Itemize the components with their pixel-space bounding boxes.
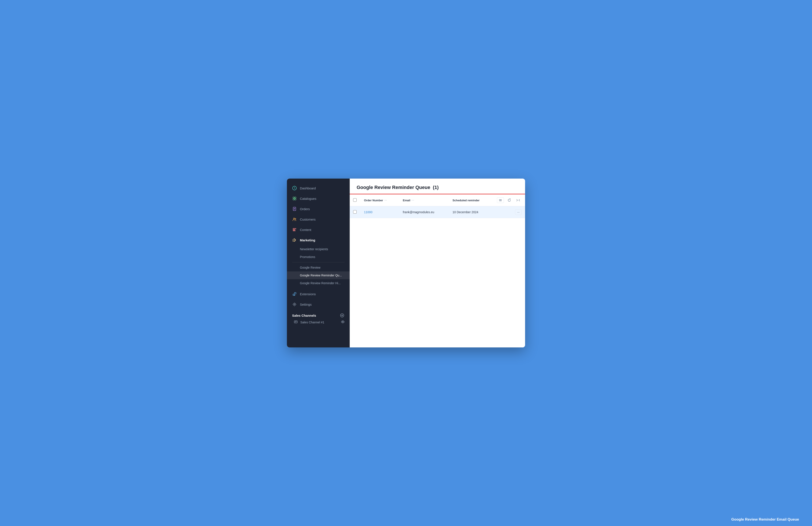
page-header: Google Review Reminder Queue (1) (350, 179, 525, 194)
svg-point-10 (295, 218, 296, 219)
svg-rect-4 (295, 199, 296, 200)
sidebar-sub-newsletter-label: Newsletter recipients (300, 247, 328, 251)
sidebar-sub-google-review-history-label: Google Review Reminder Hi... (300, 281, 340, 285)
sidebar-sub-promotions[interactable]: Promotions (287, 253, 350, 261)
svg-rect-25 (499, 199, 502, 200)
order-number-col-label: Order Number (364, 199, 383, 202)
sidebar-sub-google-review[interactable]: Google Review (287, 264, 350, 272)
svg-rect-15 (293, 294, 294, 295)
sidebar-sub-google-review-queue-label: Google Review Reminder Qu... (300, 274, 342, 277)
table-area: Order Number ··· Email ··· (350, 194, 525, 347)
sales-channels-label: Sales Channels (292, 313, 316, 317)
orders-icon (292, 206, 297, 211)
page-title: Google Review Reminder Queue (1) (357, 185, 518, 190)
sidebar-item-catalogues-label: Catalogues (300, 197, 316, 201)
expand-button[interactable] (515, 198, 522, 203)
sidebar-item-marketing-label: Marketing (300, 238, 315, 242)
app-container: Dashboard Catalogues (287, 179, 525, 347)
sidebar-item-customers[interactable]: Customers (287, 214, 350, 224)
extensions-icon (292, 292, 297, 296)
sidebar-sub-newsletter[interactable]: Newsletter recipients (287, 245, 350, 253)
data-table: Order Number ··· Email ··· (350, 194, 525, 218)
header-scheduled-reminder: Scheduled reminder (449, 194, 525, 206)
eye-icon[interactable] (341, 320, 345, 324)
dashboard-icon (292, 186, 297, 190)
page-count: (1) (433, 185, 439, 190)
svg-rect-13 (293, 231, 295, 231)
sidebar-divider (292, 262, 345, 262)
sales-channel-item[interactable]: Sales Channel #1 (292, 318, 345, 327)
catalogues-icon (292, 196, 297, 201)
sidebar-item-extensions-label: Extensions (300, 292, 316, 296)
main-content: Google Review Reminder Queue (1) (350, 179, 525, 347)
row-email: frank@magmodules.eu (399, 206, 449, 218)
sidebar-item-catalogues[interactable]: Catalogues (287, 193, 350, 204)
sidebar-nav: Dashboard Catalogues (287, 179, 350, 347)
email-col-dots[interactable]: ··· (412, 199, 414, 202)
svg-rect-1 (293, 197, 294, 198)
sidebar-item-extensions[interactable]: Extensions (287, 289, 350, 299)
row-order-number[interactable]: 11000 (361, 206, 399, 218)
sidebar-sub-google-review-label: Google Review (300, 266, 320, 269)
header-checkbox-col (350, 194, 361, 206)
sidebar-item-marketing[interactable]: Marketing (287, 235, 350, 245)
footer-label: Google Review Reminder Email Queue (731, 517, 799, 522)
content-icon (292, 227, 297, 232)
order-number-col-dots[interactable]: ··· (385, 199, 387, 202)
sidebar-sub-google-review-history[interactable]: Google Review Reminder Hi... (287, 279, 350, 287)
sidebar-item-dashboard-label: Dashboard (300, 186, 316, 190)
row-scheduled-date: 10 December 2024 ··· (449, 206, 525, 218)
header-email: Email ··· (399, 194, 449, 206)
sidebar-item-customers-label: Customers (300, 218, 316, 221)
table-row: 11000 frank@magmodules.eu 10 December 20… (350, 206, 525, 218)
header-order-number: Order Number ··· (361, 194, 399, 206)
sales-channels-header: Sales Channels (292, 313, 345, 318)
row-checkbox[interactable] (353, 210, 357, 214)
sidebar-item-orders[interactable]: Orders (287, 204, 350, 214)
add-sales-channel-button[interactable] (340, 313, 345, 318)
svg-rect-12 (293, 230, 295, 230)
svg-rect-2 (295, 197, 296, 198)
svg-rect-3 (293, 199, 294, 200)
marketing-icon (292, 238, 297, 243)
svg-rect-27 (499, 201, 502, 201)
svg-rect-21 (294, 321, 297, 323)
scheduled-reminder-col-label: Scheduled reminder (452, 199, 480, 202)
customers-icon (292, 217, 297, 222)
sidebar-sub-promotions-label: Promotions (300, 255, 315, 259)
column-options-button[interactable] (497, 198, 504, 203)
settings-icon (292, 302, 297, 307)
sidebar-item-content[interactable]: Content (287, 224, 350, 235)
sidebar: Dashboard Catalogues (287, 179, 350, 347)
sales-channel-icon (294, 320, 298, 324)
table-header-row: Order Number ··· Email ··· (350, 194, 525, 206)
sales-channels-section: Sales Channels (287, 309, 350, 328)
outer-wrapper: Dashboard Catalogues (0, 0, 812, 526)
svg-rect-11 (293, 228, 296, 229)
sidebar-item-orders-label: Orders (300, 207, 310, 211)
svg-rect-26 (499, 200, 502, 201)
svg-point-17 (294, 304, 295, 305)
svg-rect-16 (294, 292, 296, 294)
sidebar-item-settings[interactable]: Settings (287, 299, 350, 309)
sales-channel-label: Sales Channel #1 (300, 321, 338, 324)
svg-point-9 (293, 218, 295, 219)
sidebar-item-content-label: Content (300, 228, 311, 232)
row-actions-button[interactable]: ··· (515, 209, 522, 215)
row-checkbox-cell (350, 206, 361, 218)
email-col-label: Email (403, 199, 410, 202)
svg-point-24 (342, 321, 343, 322)
sidebar-item-settings-label: Settings (300, 303, 311, 306)
select-all-checkbox[interactable] (353, 198, 357, 202)
sidebar-item-dashboard[interactable]: Dashboard (287, 183, 350, 193)
refresh-button[interactable] (506, 198, 513, 203)
footer-bar: Google Review Reminder Email Queue (731, 517, 799, 522)
sidebar-sub-google-review-queue[interactable]: Google Review Reminder Qu... (287, 272, 350, 279)
